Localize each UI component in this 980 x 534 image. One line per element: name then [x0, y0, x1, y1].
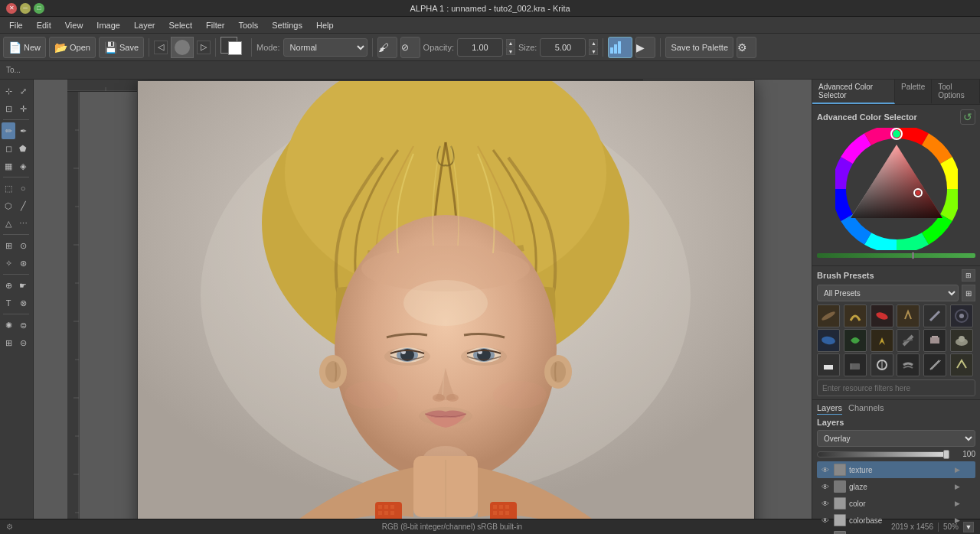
menu-file[interactable]: File	[3, 19, 29, 31]
menu-settings[interactable]: Settings	[266, 19, 309, 31]
tool-colorpick[interactable]: ◈	[16, 158, 30, 174]
tool-select-ellipse[interactable]: ⊙	[16, 237, 30, 254]
brush-preset-3[interactable]	[871, 304, 893, 327]
new-button[interactable]: 📄 New	[3, 37, 46, 58]
brush-preset-14[interactable]	[844, 353, 867, 376]
tool-brush[interactable]: ✏	[2, 122, 15, 139]
channels-tab[interactable]: Channels	[848, 403, 884, 415]
menu-view[interactable]: View	[59, 19, 90, 31]
blend-mode-select[interactable]: Overlay Normal Multiply Screen	[817, 430, 975, 447]
tool-gradient[interactable]: ▦	[2, 158, 15, 174]
tool-path[interactable]: △	[2, 215, 15, 232]
layer-eye-color[interactable]: 👁	[820, 498, 831, 509]
opacity-slider[interactable]	[817, 451, 949, 457]
presets-expand-btn[interactable]: ⊞	[962, 269, 975, 282]
layer-eye-colorbase[interactable]: 👁	[820, 515, 831, 526]
layer-item-color[interactable]: 👁 color ▶	[817, 495, 975, 512]
tool-freehand[interactable]: ⋯	[16, 215, 30, 232]
brush-preset-16[interactable]	[897, 353, 920, 376]
tool-select-rect[interactable]: ⊞	[2, 237, 15, 254]
eraser-btn[interactable]: ⊘	[400, 37, 420, 58]
size-input[interactable]	[540, 38, 586, 57]
brush-preset-5[interactable]	[923, 304, 946, 327]
opacity-thumb[interactable]	[943, 450, 949, 459]
dynamics-btn[interactable]	[608, 37, 632, 58]
menu-select[interactable]: Select	[162, 19, 198, 31]
brush-preset-4[interactable]	[897, 304, 920, 327]
color-refresh-btn[interactable]: ↺	[960, 109, 975, 125]
brush-preset-11[interactable]	[923, 329, 946, 352]
brush-preset-2[interactable]	[844, 304, 867, 327]
layer-eye-glaze[interactable]: 👁	[820, 481, 831, 492]
brush-settings-btn[interactable]: 🖌	[377, 37, 397, 58]
tool-magic-wand[interactable]: ✧	[2, 255, 15, 272]
layer-menu-glaze[interactable]: ▶	[955, 483, 960, 490]
tool-rect[interactable]: ⬚	[2, 180, 15, 197]
tool-eraser[interactable]: ◻	[2, 140, 15, 157]
tool-assistant[interactable]: ⊗	[16, 295, 30, 311]
open-button[interactable]: 📂 Open	[49, 37, 96, 58]
tool-transform[interactable]: ⤢	[16, 83, 30, 99]
brush-preset-6[interactable]	[950, 304, 973, 327]
layers-tab[interactable]: Layers	[817, 403, 842, 415]
tool-ellipse[interactable]: ○	[16, 180, 30, 197]
menu-edit[interactable]: Edit	[31, 19, 57, 31]
brush-preset-10[interactable]	[897, 329, 920, 352]
brush-search-input[interactable]	[817, 379, 975, 396]
tool-fill[interactable]: ⬟	[16, 140, 30, 157]
tool-smart-patch[interactable]: ⊞	[2, 334, 15, 351]
presets-grid-view-btn[interactable]: ⊞	[962, 285, 975, 301]
canvas-area[interactable]	[34, 80, 812, 519]
color-wheel-container[interactable]	[835, 128, 958, 250]
layer-item-glaze[interactable]: 👁 glaze ▶	[817, 478, 975, 495]
tool-text[interactable]: T	[2, 295, 15, 311]
tool-zoom[interactable]: ⊕	[2, 277, 15, 294]
tool-line[interactable]: ╱	[16, 197, 30, 214]
next-brush-btn[interactable]: ▷	[197, 41, 211, 54]
layer-eye-texture[interactable]: 👁	[820, 464, 831, 475]
tab-advanced-color-selector[interactable]: Advanced Color Selector	[812, 80, 895, 104]
brush-preset-13[interactable]	[817, 353, 840, 376]
menu-layer[interactable]: Layer	[128, 19, 162, 31]
mode-select[interactable]: Normal	[283, 38, 368, 57]
prev-brush-btn[interactable]: ◁	[154, 41, 168, 54]
brush-preset-12[interactable]	[950, 329, 973, 352]
menu-image[interactable]: Image	[90, 19, 126, 31]
extra-btn[interactable]: ⚙	[737, 37, 756, 58]
brush-preset-15[interactable]	[871, 353, 893, 376]
maximize-btn[interactable]: □	[34, 3, 44, 14]
save-palette-button[interactable]: Save to Palette	[665, 37, 733, 58]
brush-preset-17[interactable]	[923, 353, 946, 376]
tool-hand[interactable]: ☛	[16, 277, 30, 294]
opacity-steppers[interactable]: ▲ ▼	[506, 39, 515, 55]
brush-preset-9[interactable]	[871, 329, 893, 352]
opacity-input[interactable]	[457, 38, 503, 57]
save-button[interactable]: 💾 Save	[99, 37, 144, 58]
brush-preset-1[interactable]	[817, 304, 840, 327]
tool-filter-brush[interactable]: ✺	[2, 317, 15, 334]
menu-tools[interactable]: Tools	[233, 19, 265, 31]
arrow-btn[interactable]: ▶	[635, 37, 655, 58]
canvas-viewport[interactable]	[80, 92, 812, 519]
brush-preset-7[interactable]	[817, 329, 840, 352]
brush-preset-18[interactable]	[950, 353, 973, 376]
fg-bg-color[interactable]	[220, 37, 247, 58]
layer-item-texture[interactable]: 👁 texture ▶	[817, 461, 975, 478]
presets-filter-select[interactable]: All Presets	[817, 285, 959, 301]
close-btn[interactable]: ✕	[6, 3, 17, 14]
menu-filter[interactable]: Filter	[200, 19, 230, 31]
zoom-down-btn[interactable]: ▼	[963, 522, 974, 532]
tab-palette[interactable]: Palette	[895, 80, 932, 104]
size-steppers[interactable]: ▲ ▼	[589, 39, 598, 55]
tool-move[interactable]: ✛	[16, 100, 30, 117]
minimize-btn[interactable]: ─	[20, 3, 31, 14]
color-indicator-thumb[interactable]	[912, 252, 914, 259]
brush-preset-8[interactable]	[844, 329, 867, 352]
tool-contiguous[interactable]: ⊛	[16, 255, 30, 272]
layer-menu-texture[interactable]: ▶	[955, 466, 960, 474]
tool-polygon[interactable]: ⬡	[2, 197, 15, 214]
tool-clone[interactable]: ⊝	[16, 334, 30, 351]
tool-calligraphy[interactable]: ✒	[16, 122, 30, 139]
tab-tool-options[interactable]: Tool Options	[932, 80, 980, 104]
menu-help[interactable]: Help	[310, 19, 340, 31]
